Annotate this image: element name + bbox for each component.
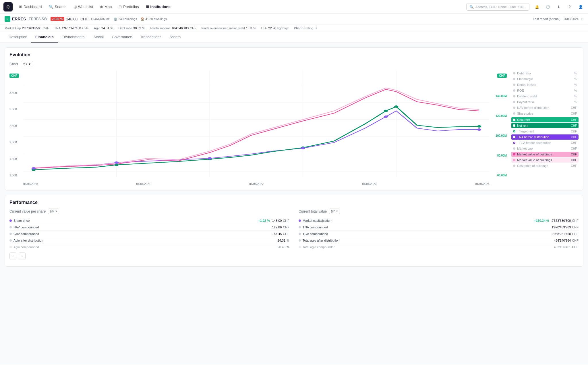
entity-price: 148.00: [66, 17, 78, 21]
tab-assets[interactable]: Assets: [165, 32, 185, 43]
time-period-select[interactable]: 5Y ▾: [21, 61, 33, 67]
legend-item-tga-before[interactable]: TGA before distribution CHF: [511, 140, 579, 145]
stat-debt-ratio: Debt ratio 30.69 %: [118, 26, 145, 30]
perf-dot-agio-after: [9, 239, 12, 242]
legend-item-target-rent[interactable]: Target rent CHF: [511, 129, 579, 134]
legend-item-nav-before[interactable]: NAV before distribution CHF: [511, 105, 579, 110]
perf-dot-gav: [9, 233, 12, 235]
legend-dot-nav-before: [513, 107, 515, 109]
legend-item-share-price[interactable]: Share price CHF: [511, 111, 579, 116]
notifications-icon[interactable]: 🔔: [533, 3, 541, 11]
legend-item-rental-losses[interactable]: Rental losses %: [511, 82, 579, 87]
perf-dot-total-agio-after: [299, 239, 301, 242]
entity-ticker: ERRES:SW: [29, 17, 47, 21]
legend-dot-payout-ratio: [513, 101, 515, 103]
legend-item-dividend-yield[interactable]: Dividend yield %: [511, 94, 579, 99]
legend-dot-debt-ratio: [513, 72, 515, 74]
tab-governance[interactable]: Governance: [108, 32, 136, 43]
legend-item-ebit-margin[interactable]: Ebit margin %: [511, 76, 579, 82]
footer: Impressum Confidential Policy quanthome: [0, 365, 588, 368]
evolution-title: Evolution: [9, 52, 579, 57]
stat-agio: Agio 24.31 %: [94, 26, 113, 30]
stat-press-rating: PRESS rating B: [294, 26, 317, 30]
perf-left-header: Current value per share 6M ▾: [9, 209, 289, 214]
nav-item-search[interactable]: 🔍 Search: [46, 3, 69, 11]
legend-dot-market-cap: [513, 147, 515, 150]
legend-item-roe[interactable]: ROE %: [511, 88, 579, 93]
tab-environmental[interactable]: Environmental: [58, 32, 90, 43]
perf-row-total-agio-compounded: Total agio compounded 403'196'401 CHF: [299, 244, 579, 250]
next-arrow[interactable]: ›: [19, 253, 26, 259]
perf-row-agio-after: Agio after distribution 24.31 %: [9, 237, 289, 244]
entity-header: E ERRES ERRES:SW -1.00 % 148.00 CHF ⊡ 46…: [0, 14, 588, 24]
stat-market-cap: Market Cap 2'373'630'500 CHF: [5, 26, 49, 30]
nav-item-watchlist[interactable]: ◎ Watchlist: [71, 3, 96, 11]
nav-item-portfolios[interactable]: ⊟ Portfolios: [116, 3, 142, 11]
nav-item-dashboard[interactable]: ⊞ Dashboard: [16, 3, 45, 11]
user-icon[interactable]: 👤: [577, 3, 585, 11]
legend-item-market-value-2[interactable]: Market value of buildings CHF: [511, 157, 579, 163]
legend-sq-market-value-2: [513, 159, 515, 161]
search-icon: 🔍: [49, 5, 53, 9]
perf-dot-tga: [299, 233, 301, 235]
tab-social[interactable]: Social: [90, 32, 108, 43]
help-icon[interactable]: ?: [566, 3, 574, 11]
legend-item-net-rent[interactable]: Net rent CHF: [511, 123, 579, 128]
legend-item-debt-ratio[interactable]: Debt ratio %: [511, 71, 579, 76]
stat-net-yield: funds.overview.net_initial_yield 1.83 %: [202, 26, 256, 30]
evolution-section: Evolution Chart 5Y ▾ CHF 3.50B 3.00B 2.5…: [5, 47, 583, 190]
chevron-down-icon: ▾: [336, 209, 338, 213]
perf-row-gav-compounded: GAV compounded 184.45 CHF: [9, 231, 289, 237]
legend-item-real-rent[interactable]: Real rent CHF: [511, 117, 579, 122]
header-right: Last report (annual) 31/03/2024 ⊟: [533, 17, 583, 21]
chevron-down-icon: ▾: [29, 62, 30, 66]
entity-area: ⊡ 464'607 m²: [91, 17, 110, 21]
legend-dot-share-price: [513, 112, 515, 115]
save-icon[interactable]: ⊟: [581, 17, 583, 21]
performance-section: Performance Current value per share 6M ▾…: [5, 195, 583, 267]
chf-badge-right: CHF: [497, 74, 507, 78]
nav-item-institutions[interactable]: ⊞ Institutions: [143, 3, 173, 11]
global-search-box[interactable]: 🔍 Address, EGID, Name, Fund, ISIN...: [466, 3, 529, 11]
legend-sq-real-rent: [513, 119, 515, 121]
legend-item-tna-before[interactable]: TNA before distribution CHF: [511, 134, 579, 140]
prev-arrow[interactable]: ‹: [9, 253, 16, 259]
last-report-date: 31/03/2024: [563, 17, 579, 21]
svg-point-17: [32, 167, 36, 169]
legend-item-cost-price[interactable]: Cost price of buildings CHF: [511, 163, 579, 168]
legend-item-market-cap[interactable]: Market cap CHF: [511, 146, 579, 151]
tab-transactions[interactable]: Transactions: [136, 32, 165, 43]
entity-buildings: 🏢 240 buildings: [113, 17, 137, 21]
chart-svg: [23, 71, 490, 177]
logo[interactable]: Q: [3, 2, 13, 11]
dashboard-icon: ⊞: [19, 5, 22, 9]
nav-icon-group: 🔔 🕐 ⬇ ? 👤: [533, 3, 585, 11]
main-content: Evolution Chart 5Y ▾ CHF 3.50B 3.00B 2.5…: [0, 43, 588, 365]
performance-title: Performance: [9, 200, 579, 205]
legend-item-payout-ratio[interactable]: Payout ratio %: [511, 99, 579, 105]
perf-row-nav-compounded: NAV compounded 122.86 CHF: [9, 224, 289, 231]
tab-financials[interactable]: Financials: [31, 32, 58, 43]
performance-grid: Current value per share 6M ▾ Share price…: [9, 209, 579, 250]
tab-description[interactable]: Description: [5, 32, 31, 43]
nav-item-map[interactable]: ⊕ Map: [97, 3, 115, 11]
legend-dot-tga-before: [513, 142, 515, 144]
legend-dot-rental-losses: [513, 84, 515, 86]
legend-item-market-value-1[interactable]: Market value of buildings CHF: [511, 152, 579, 157]
svg-point-19: [208, 157, 212, 159]
perf-right-period-select[interactable]: 5Y ▾: [329, 209, 340, 214]
svg-point-15: [394, 105, 398, 108]
chart-label: Chart: [9, 62, 18, 66]
download-icon[interactable]: ⬇: [555, 3, 563, 11]
stat-co2: CO₂ 22.90 kg/m²/yr: [261, 26, 289, 30]
legend-sq-net-rent: [513, 124, 515, 127]
perf-dot-market-cap: [299, 219, 301, 222]
top-navigation: Q ⊞ Dashboard 🔍 Search ◎ Watchlist ⊕ Map…: [0, 0, 588, 14]
perf-left-period-select[interactable]: 6M ▾: [48, 209, 59, 214]
history-icon[interactable]: 🕐: [544, 3, 552, 11]
entity-dwellings: 🏠 4'030 dwellings: [140, 17, 167, 21]
entity-name: ERRES: [12, 17, 26, 21]
institutions-icon: ⊞: [146, 5, 149, 9]
legend-dot-target-rent: [513, 130, 515, 132]
entity-logo-icon: E: [5, 16, 10, 22]
